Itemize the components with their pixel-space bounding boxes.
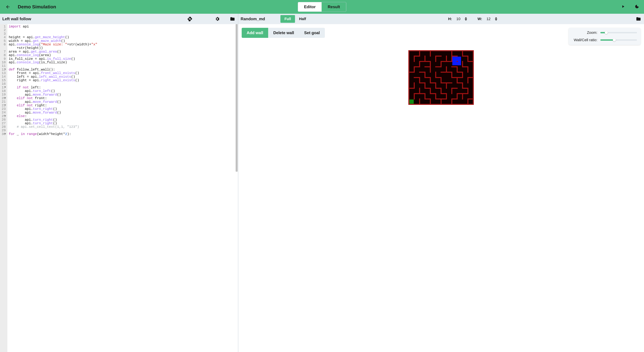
size-half-button[interactable]: Half — [295, 15, 310, 23]
language-icon-button[interactable] — [187, 16, 193, 22]
app-title: Demo Simulation — [18, 4, 56, 9]
height-stepper — [465, 17, 467, 21]
height-input[interactable] — [454, 17, 463, 21]
zoom-slider[interactable] — [600, 32, 637, 33]
width-stepper — [495, 17, 497, 21]
maze-size-toggle: Full Half — [280, 15, 310, 23]
editor-scrollbar[interactable] — [236, 24, 238, 352]
tab-result[interactable]: Result — [322, 2, 346, 11]
maze-subbar: Random_md Full Half H: W: — [238, 14, 644, 24]
gear-icon — [215, 16, 220, 21]
height-step-up[interactable] — [465, 17, 467, 18]
python-icon — [187, 16, 192, 21]
maze-folder-button[interactable] — [635, 16, 642, 22]
maze-canvas[interactable] — [408, 50, 474, 105]
app-header: Demo Simulation Editor Result — [0, 0, 644, 14]
moon-icon — [634, 4, 639, 9]
folder-icon — [230, 16, 235, 21]
theme-toggle[interactable] — [634, 3, 640, 10]
delete-wall-button[interactable]: Delete wall — [268, 28, 299, 38]
wall-action-group: Add wall Delete wall Set goal — [242, 28, 325, 38]
width-input[interactable] — [484, 17, 493, 21]
height-step-down[interactable] — [465, 19, 467, 21]
ratio-slider[interactable] — [600, 39, 637, 41]
view-settings-card: Zoom: Wall/Cell ratio: — [568, 28, 641, 45]
view-toggle: Editor Result — [298, 2, 346, 12]
code-editor[interactable]: 1234567891011121314151617181920212223242… — [0, 24, 238, 352]
editor-folder-button[interactable] — [229, 16, 236, 22]
add-wall-button[interactable]: Add wall — [242, 28, 268, 38]
maze-title: Random_md — [241, 16, 265, 21]
editor-file-title: Left wall follow — [2, 16, 31, 21]
play-icon — [621, 4, 625, 9]
zoom-label: Zoom: — [572, 30, 598, 35]
ratio-label: Wall/Cell ratio: — [572, 38, 598, 42]
arrow-left-icon — [5, 4, 10, 9]
width-step-down[interactable] — [495, 19, 497, 21]
editor-subbar: Left wall follow — [0, 14, 238, 24]
run-button[interactable] — [620, 4, 626, 10]
back-button[interactable] — [4, 3, 12, 11]
size-full-button[interactable]: Full — [280, 15, 295, 23]
tab-editor[interactable]: Editor — [298, 2, 322, 11]
set-goal-button[interactable]: Set goal — [299, 28, 325, 38]
width-step-up[interactable] — [495, 17, 497, 18]
width-label: W: — [478, 17, 482, 21]
height-input-group: H: — [448, 17, 467, 21]
width-input-group: W: — [478, 17, 497, 21]
folder-icon — [636, 16, 641, 21]
editor-settings-button[interactable] — [214, 16, 220, 22]
height-label: H: — [448, 17, 452, 21]
